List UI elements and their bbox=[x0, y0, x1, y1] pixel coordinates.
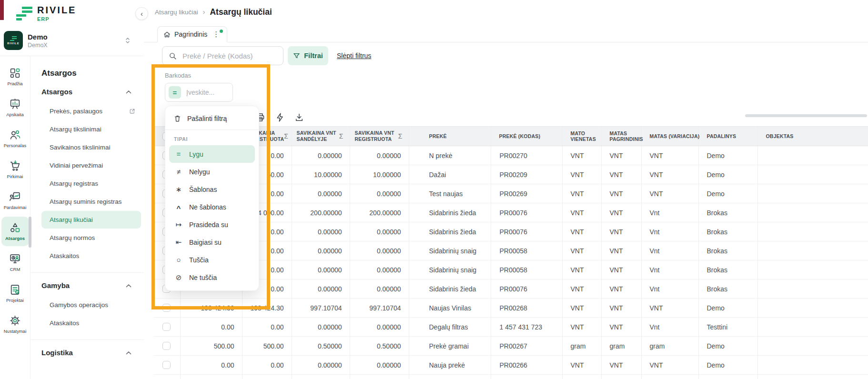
filter-type-label: Nelygu bbox=[189, 168, 210, 176]
search-input[interactable] bbox=[182, 51, 279, 60]
operator-chip[interactable]: = bbox=[169, 86, 181, 99]
column-header-padalinys[interactable]: PADALINYS bbox=[698, 127, 757, 146]
cell-matas_variacija: VNT bbox=[641, 375, 698, 379]
cell-padalinys: Brokas bbox=[698, 203, 757, 222]
rail-item-personalas[interactable]: Personalas bbox=[1, 124, 29, 153]
filter-type-option-circle-slash[interactable]: ⊘Ne tuščia bbox=[169, 269, 255, 286]
sidebar-item-atsargų-normos[interactable]: Atsargų normos bbox=[41, 229, 141, 247]
table-row[interactable]: 0.000.000000.00000N prekėPR00270VNTVNTVN… bbox=[153, 146, 868, 165]
table-row[interactable]: 500.00500.000.500000.50000Prekė gramaiPR… bbox=[153, 337, 868, 356]
cell-matas_pagrindinis: VNT bbox=[601, 146, 641, 165]
rail-item-apskaita[interactable]: Apskaita bbox=[1, 93, 29, 122]
rail-item-crm[interactable]: CRM bbox=[1, 248, 29, 277]
tab-menu-icon[interactable]: ⋮ bbox=[211, 31, 221, 38]
table-row[interactable]: 50.0010.0000010.00000DažaiPR00209VNTVNTV… bbox=[153, 165, 868, 184]
cell-preke_kodas: 1 457 431 723 bbox=[491, 318, 562, 337]
column-header-savikaina_vnt_sandelyje[interactable]: SAVIKAINA VNT SANDĖLYJEΣ bbox=[292, 127, 350, 146]
cell-preke_kodas: PR00058 bbox=[491, 241, 562, 260]
brand-logo[interactable]: RIVILE ERP bbox=[16, 5, 76, 22]
filter-type-option-ends-with[interactable]: ⇤Baigiasi su bbox=[169, 233, 255, 251]
sidebar-item-atsargų-tikslinimai[interactable]: Atsargų tikslinimai bbox=[41, 120, 141, 138]
workspace-name: Demo bbox=[28, 33, 124, 41]
rail-item-pirkimai[interactable]: Pirkimai bbox=[1, 155, 29, 184]
logo-bars-icon bbox=[16, 5, 32, 21]
rail-item-pardavimai[interactable]: Pardavimai bbox=[1, 186, 29, 215]
workspace-switcher[interactable]: RIVILE Demo DemoX bbox=[4, 30, 140, 51]
filter-type-option-not-equals[interactable]: ≠Nelygu bbox=[169, 163, 255, 180]
remove-filter-item[interactable]: Pašalinti filtrą bbox=[165, 109, 259, 129]
rail-item-nustatymai[interactable]: Nustatymai bbox=[1, 309, 29, 339]
sidebar-item-ataskaitos[interactable]: Ataskaitos bbox=[41, 314, 141, 332]
sidebar-item-ataskaitos[interactable]: Ataskaitos bbox=[41, 247, 141, 265]
barcode-input[interactable] bbox=[185, 88, 232, 97]
table-row[interactable]: 198 424.30198 424.30997.10704997.10704Na… bbox=[153, 299, 868, 318]
sidebar-collapse-button[interactable]: ‹ bbox=[135, 7, 148, 20]
sidebar-item-gamybos-operacijos[interactable]: Gamybos operacijos bbox=[41, 296, 141, 314]
filter-type-option-starts-with[interactable]: ↦Prasideda su bbox=[169, 216, 255, 233]
cell-padalinys: Demo bbox=[698, 146, 757, 165]
rail-item-pradzia[interactable]: Pradžia bbox=[1, 62, 29, 91]
rail-item-label: Apskaita bbox=[6, 112, 23, 117]
table-row[interactable]: 0.000.000000.00000Test naujasPR00269VNTV… bbox=[153, 184, 868, 203]
column-header-savikaina_vnt_registruota[interactable]: SAVIKAINA VNT REGISTRUOTAΣ bbox=[350, 127, 409, 146]
sidebar-scrollbar-thumb[interactable] bbox=[29, 217, 31, 248]
cell-matas_pagrindinis: VNT bbox=[601, 203, 641, 222]
column-header-preke[interactable]: PREKĖ bbox=[409, 127, 491, 146]
table-row[interactable]: 0.000.000.000000.00000Nauja prekėPR00266… bbox=[153, 356, 868, 375]
cell-matas_variacija: VNT bbox=[641, 299, 698, 318]
section-label: Gamyba bbox=[41, 281, 70, 289]
column-header-preke_kodas[interactable]: PREKĖ (KODAS) bbox=[491, 127, 562, 146]
sidebar-item-prekės-paslaugos[interactable]: Prekės, paslaugos bbox=[41, 102, 141, 120]
divider bbox=[31, 339, 144, 340]
hide-filters-link[interactable]: Slėpti filtrus bbox=[337, 52, 371, 60]
column-header-objektas[interactable]: OBJEKTAS bbox=[757, 127, 868, 146]
filter-type-option-circle[interactable]: ○Tuščia bbox=[169, 251, 255, 269]
sidebar-item-atsargų-suminis-registras[interactable]: Atsargų suminis registras bbox=[41, 193, 141, 210]
cell-mato_vienetas: VNT bbox=[562, 203, 601, 222]
cell-objektas bbox=[757, 260, 868, 279]
cell-preke: N prekė bbox=[409, 146, 491, 165]
sidebar-item-vidiniai-pervežimai[interactable]: Vidiniai pervežimai bbox=[41, 157, 141, 174]
table-row[interactable]: 4 000.00200.00000200.00000Sidabrinis žie… bbox=[153, 203, 868, 222]
table-row[interactable]: 0.000.000000.00000Sidabrinių snaigPR0005… bbox=[153, 241, 868, 260]
circle-slash-icon: ⊘ bbox=[174, 273, 183, 282]
lightning-icon[interactable] bbox=[275, 112, 286, 123]
tab-pagrindinis[interactable]: Pagrindinis ⋮ bbox=[157, 26, 227, 42]
sidebar-item-label: Ataskaitos bbox=[50, 251, 79, 260]
sum-icon[interactable]: Σ bbox=[398, 132, 403, 140]
row-checkbox[interactable] bbox=[162, 304, 171, 312]
breadcrumb-link[interactable]: Atsargų likučiai bbox=[155, 9, 198, 16]
cell-preke: Prekė gramai bbox=[409, 337, 491, 356]
column-header-mato_vienetas[interactable]: MATO VIENETAS bbox=[562, 127, 601, 146]
filters-button[interactable]: Filtrai bbox=[288, 46, 328, 65]
row-checkbox[interactable] bbox=[162, 361, 171, 369]
row-checkbox[interactable] bbox=[162, 342, 171, 350]
cell-savikaina_vnt_sandelyje: 500.00000 bbox=[292, 375, 350, 379]
column-header-matas_variacija[interactable]: MATAS (VARIACIJA) bbox=[641, 127, 698, 146]
rail-item-atsargos[interactable]: Atsargos bbox=[1, 217, 29, 246]
table-row[interactable]: 0.000.000000.00000Sidabrinis žiedaPR0007… bbox=[153, 279, 868, 299]
rail-item-projektai[interactable]: Projektai bbox=[1, 279, 29, 308]
sum-icon[interactable]: Σ bbox=[339, 132, 343, 140]
filter-type-option-caret[interactable]: ^Ne šablonas bbox=[169, 198, 255, 216]
filter-type-option-equals[interactable]: =Lygu bbox=[169, 145, 255, 163]
section-header-logistika[interactable]: Logistika bbox=[41, 349, 144, 357]
sidebar-item-label: Gamybos operacijos bbox=[50, 300, 108, 309]
sidebar-item-atsargų-likučiai[interactable]: Atsargų likučiai bbox=[41, 211, 141, 229]
table-row[interactable]: 0.000.000000.00000Sidabrinių snaigPR0005… bbox=[153, 260, 868, 279]
row-checkbox[interactable] bbox=[162, 323, 171, 331]
download-icon[interactable] bbox=[294, 112, 305, 123]
sidebar-item-atsargų-registras[interactable]: Atsargų registras bbox=[41, 175, 141, 192]
filter-type-option-asterisk[interactable]: ∗Šablonas bbox=[169, 180, 255, 198]
table-row[interactable]: 0.000.000.000000.00000Degalų filtras1 45… bbox=[153, 318, 868, 337]
table-row[interactable]: 500.00500.00500.00000500.00000Nauja prek… bbox=[153, 375, 868, 379]
table-row[interactable]: 0.000.000000.00000Sidabrinis žiedaPR0007… bbox=[153, 222, 868, 241]
sum-icon[interactable]: Σ bbox=[284, 132, 288, 140]
sidebar-item-label: Atsargų tikslinimai bbox=[50, 125, 101, 134]
horizontal-scrollbar-thumb[interactable] bbox=[745, 114, 867, 117]
section-header-atsargos[interactable]: Atsargos bbox=[41, 88, 144, 96]
cell-savikaina_vnt_sandelyje: 0.00000 bbox=[292, 222, 350, 241]
sidebar-item-savikainos-tikslinimai[interactable]: Savikainos tikslinimai bbox=[41, 139, 141, 156]
section-header-gamyba[interactable]: Gamyba bbox=[41, 281, 144, 289]
column-header-matas_pagrindinis[interactable]: MATAS PAGRINDINIS bbox=[601, 127, 641, 146]
